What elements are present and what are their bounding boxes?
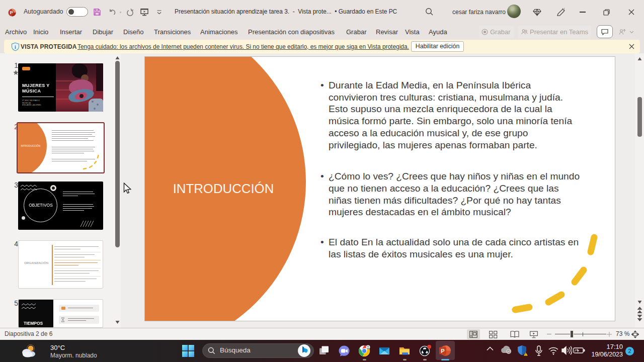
svg-text:i: i (15, 44, 16, 50)
svg-text:P: P (441, 348, 444, 354)
svg-text:P: P (10, 10, 13, 15)
